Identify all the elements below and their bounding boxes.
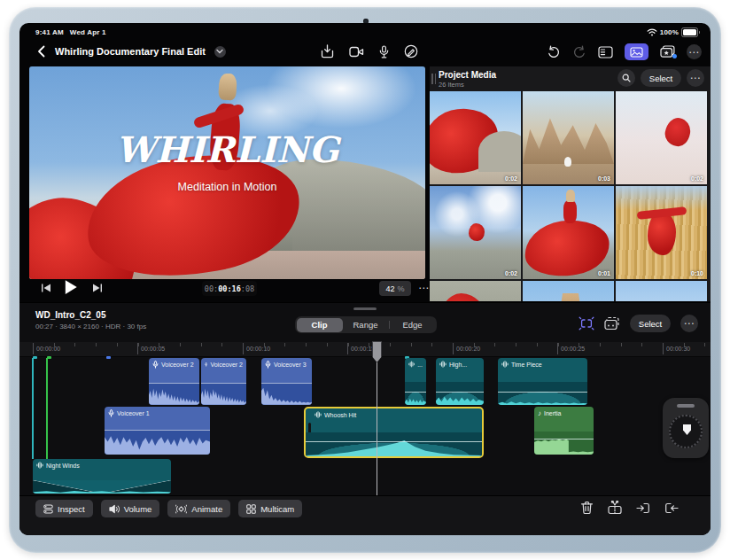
note-icon: ♪	[538, 409, 541, 417]
media-thumb[interactable]: 0:03	[523, 91, 614, 184]
media-photo-icon[interactable]	[625, 43, 648, 60]
redo-icon[interactable]	[572, 45, 586, 59]
timecode[interactable]: 00:00:16:08	[202, 281, 257, 296]
clip-marker-dot	[106, 356, 111, 359]
zoom-unit: %	[398, 284, 405, 293]
playhead-line	[377, 360, 377, 495]
jog-pointer	[683, 424, 691, 435]
media-thumb[interactable]: 0:10	[616, 186, 707, 279]
project-title[interactable]: Whirling Documentary Final Edit	[55, 46, 206, 57]
ruler-label: 00:00:00	[36, 346, 60, 352]
toolbar-left: Whirling Documentary Final Edit	[37, 45, 226, 58]
timeline-select-button[interactable]: Select	[630, 315, 671, 332]
toolbar-center	[321, 44, 418, 58]
mode-clip[interactable]: Clip	[297, 318, 343, 332]
project-media-panel: Project Media 26 Items Select ⋯ 0:02 0:0…	[430, 66, 711, 301]
timeline-clip-meta: 00:27 · 3840 × 2160 · HDR · 30 fps	[35, 323, 146, 331]
status-bar-right: 100%	[647, 27, 698, 37]
screen: 9:41 AM Wed Apr 1 100% Whirling Document…	[19, 23, 711, 535]
timeline-ruler[interactable]: 00:00:00 00:00:05 00:00:10 00:00:15 00:0…	[19, 342, 711, 357]
edit-mode-segmented: Clip Range Edge	[295, 316, 437, 333]
mode-edge[interactable]: Edge	[390, 318, 436, 332]
thin-clip[interactable]	[32, 358, 34, 459]
media-select-button[interactable]: Select	[641, 69, 681, 87]
project-media-title: Project Media	[439, 70, 496, 80]
camera-icon[interactable]	[349, 46, 364, 58]
timeline-clip-title: WD_Intro_C2_05	[35, 310, 105, 320]
notification-dot	[672, 54, 677, 58]
next-frame-icon[interactable]	[92, 283, 103, 293]
animate-button[interactable]: Animate	[167, 500, 230, 517]
media-thumb[interactable]	[616, 281, 707, 301]
media-thumb[interactable]: 0:01	[523, 186, 614, 279]
duration-badge: 0:02	[505, 175, 517, 182]
duration-badge: 0:02	[505, 270, 517, 276]
media-thumb[interactable]	[523, 281, 614, 301]
ipad-bezel: 9:41 AM Wed Apr 1 100% Whirling Document…	[9, 7, 721, 553]
media-more-icon[interactable]: ⋯	[687, 69, 704, 87]
timeline-clip-voiceover2a[interactable]: Voiceover 2	[149, 358, 199, 405]
panel-drag-handle[interactable]	[431, 74, 436, 84]
video-viewer[interactable]: WHIRLING Meditation in Motion	[29, 66, 425, 279]
play-icon[interactable]	[64, 279, 78, 295]
toolbar-right: ⋯	[547, 43, 702, 60]
timeline-header-right: Select ⋯	[579, 315, 698, 332]
export-icon[interactable]	[321, 44, 334, 58]
mode-range[interactable]: Range	[343, 318, 389, 332]
status-date: Wed Apr 1	[70, 28, 106, 36]
battery-percent: 100%	[660, 28, 679, 36]
timeline-clip-night-winds[interactable]: Night Winds	[33, 459, 171, 494]
library-star-icon[interactable]	[660, 45, 675, 58]
viewer-subtitle-overlay: Meditation in Motion	[29, 181, 425, 193]
timeline-panel: WD_Intro_C2_05 00:27 · 3840 × 2160 · HDR…	[19, 302, 711, 535]
ruler-label: 00:00:25	[561, 346, 585, 352]
timeline-clip-whoosh-hit[interactable]: Whoosh Hit	[304, 407, 484, 458]
insert-clip-icon[interactable]	[636, 502, 650, 515]
append-clip-icon[interactable]	[664, 502, 679, 515]
timeline-clip-time-piece[interactable]: Time Piece	[498, 358, 587, 405]
wifi-icon	[647, 28, 657, 36]
duration-badge: 0:10	[691, 270, 703, 276]
media-thumb[interactable]	[430, 281, 521, 301]
clip-skimmer-icon[interactable]	[604, 316, 620, 331]
timeline-clip-voiceover3[interactable]: Voiceover 3	[261, 358, 312, 405]
search-icon[interactable]	[617, 69, 635, 87]
apple-pencil-icon[interactable]	[404, 44, 418, 58]
browser-list-icon[interactable]	[598, 46, 613, 58]
timeline-clip-voiceover2b[interactable]: Voiceover 2	[201, 358, 246, 405]
previous-frame-icon[interactable]	[41, 283, 51, 293]
jog-wheel-dial[interactable]	[669, 415, 703, 448]
media-grid: 0:02 0:03 0:02 0:02 0:01 0:10	[430, 91, 709, 301]
timeline-clip-voiceover1[interactable]: Voiceover 1	[105, 407, 210, 455]
inspect-button[interactable]: Inspect	[35, 500, 93, 517]
split-clip-icon[interactable]	[608, 501, 622, 515]
ruler-label: 00:00:20	[456, 346, 480, 352]
timeline-clip-sfx-high[interactable]: High...	[436, 358, 484, 405]
media-thumb[interactable]: 0:02	[430, 91, 521, 184]
multicam-button[interactable]: Multicam	[238, 500, 302, 517]
viewer-zoom-control[interactable]: 42 %	[379, 281, 411, 296]
ruler-label: 00:00:30	[666, 346, 690, 352]
undo-icon[interactable]	[547, 45, 561, 59]
timeline-clip-inertia[interactable]: ♪Inertia	[534, 407, 594, 455]
viewer-more-icon[interactable]: ⋯	[418, 284, 430, 292]
jog-wheel-handle[interactable]	[677, 404, 695, 408]
timeline-clip-sfx-small[interactable]: ...	[405, 358, 426, 405]
thin-clip[interactable]	[46, 358, 48, 459]
status-time: 9:41 AM	[35, 28, 64, 36]
title-menu-chevron-icon[interactable]	[214, 46, 226, 58]
volume-button[interactable]: Volume	[101, 500, 160, 517]
jog-wheel[interactable]	[663, 398, 709, 458]
media-thumb[interactable]: 0:02	[616, 91, 707, 184]
back-chevron-icon[interactable]	[37, 45, 46, 58]
timeline-more-icon[interactable]: ⋯	[680, 315, 698, 332]
microphone-icon[interactable]	[379, 45, 389, 58]
dervish-hat	[218, 73, 237, 100]
snapping-icon[interactable]	[579, 316, 594, 331]
trash-icon[interactable]	[580, 501, 594, 515]
playhead-handle[interactable]	[372, 341, 382, 362]
ruler-label: 00:00:10	[246, 346, 270, 352]
timeline-resize-handle[interactable]	[353, 307, 377, 310]
media-thumb[interactable]: 0:02	[430, 186, 521, 279]
more-options-icon[interactable]: ⋯	[687, 44, 702, 59]
